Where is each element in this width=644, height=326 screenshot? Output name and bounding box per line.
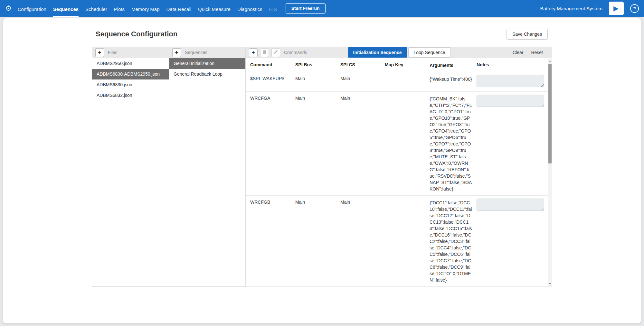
page-title: Sequence Configuration bbox=[96, 30, 177, 38]
cell-spi-bus: Main bbox=[295, 76, 340, 81]
cell-command: $SPI_WAKEUP$ bbox=[250, 76, 295, 81]
sequences-list: General Initialization General Readback … bbox=[169, 58, 245, 79]
start-freerun-button[interactable]: Start Freerun bbox=[286, 3, 326, 14]
add-command-button[interactable]: + bbox=[249, 48, 258, 57]
cell-arguments: {"Wakeup Time":400} bbox=[430, 76, 477, 82]
tab-initialization-sequence[interactable]: Initialization Sequence bbox=[348, 47, 407, 58]
add-file-button[interactable]: + bbox=[95, 48, 104, 57]
tab-loop-sequence[interactable]: Loop Sequence bbox=[408, 47, 451, 58]
file-item-selected[interactable]: ADBMS6830-ADBMS2950.json bbox=[92, 69, 169, 79]
title-row: Sequence Configuration Save Changes bbox=[92, 18, 552, 47]
nav-item-scheduler[interactable]: Scheduler bbox=[85, 0, 107, 17]
cell-spi-bus: Main bbox=[295, 96, 340, 101]
command-row[interactable]: WRCFGB Main Main {"DCC1":false,"DCC10":f… bbox=[246, 196, 552, 287]
plus-icon: + bbox=[175, 50, 178, 55]
clear-link[interactable]: Clear bbox=[513, 50, 523, 55]
scroll-down-icon[interactable]: ▼ bbox=[548, 282, 552, 286]
panels: + Files ADBMS2950.json ADBMS6830-ADBMS29… bbox=[92, 47, 552, 287]
vertical-scrollbar[interactable]: ▲ ▼ bbox=[548, 59, 552, 286]
col-header-arguments: Arguments bbox=[430, 62, 477, 69]
pencil-icon bbox=[274, 49, 278, 56]
command-row[interactable]: $SPI_WAKEUP$ Main Main {"Wakeup Time":40… bbox=[246, 72, 552, 92]
scroll-up-icon[interactable]: ▲ bbox=[548, 59, 552, 63]
save-changes-button[interactable]: Save Changes bbox=[507, 29, 548, 40]
notes-textarea[interactable] bbox=[477, 75, 544, 87]
navbar-right: Battery Management System ▶ ? bbox=[540, 2, 644, 15]
commands-panel-title: Commands bbox=[284, 50, 307, 55]
cell-arguments: {"COMM_BK":false,"CTH":2,"FC":7,"FLAG_D"… bbox=[430, 96, 477, 192]
col-header-spi-bus: SPI Bus bbox=[295, 62, 340, 67]
notes-textarea[interactable] bbox=[477, 95, 544, 107]
sequences-panel-header: + Sequences bbox=[169, 47, 245, 58]
commands-table: Command SPI Bus SPI CS Map Key Arguments… bbox=[246, 58, 552, 287]
files-panel-header: + Files bbox=[92, 47, 169, 58]
sequences-panel-title: Sequences bbox=[185, 50, 207, 55]
play-icon: ▶ bbox=[613, 5, 619, 12]
gear-icon[interactable]: ⚙ bbox=[5, 5, 12, 12]
main-nav: Configuration Sequences Scheduler Plots … bbox=[18, 0, 326, 17]
col-header-spi-cs: SPI CS bbox=[340, 62, 385, 67]
files-panel-title: Files bbox=[108, 50, 118, 55]
nav-item-eis[interactable]: EIS bbox=[269, 0, 277, 17]
nav-item-data-recall[interactable]: Data Recall bbox=[166, 0, 192, 17]
cell-arguments: {"DCC1":false,"DCC10":false,"DCC11":fals… bbox=[430, 200, 477, 283]
files-list: ADBMS2950.json ADBMS6830-ADBMS2950.json … bbox=[92, 58, 169, 101]
nav-item-memory-map[interactable]: Memory Map bbox=[131, 0, 160, 17]
commands-table-header: Command SPI Bus SPI CS Map Key Arguments… bbox=[246, 58, 552, 72]
cell-notes bbox=[477, 76, 548, 88]
plus-icon: + bbox=[98, 50, 101, 55]
cell-command: WRCFGA bbox=[250, 96, 295, 101]
cell-spi-cs: Main bbox=[340, 76, 385, 81]
nav-item-sequences[interactable]: Sequences bbox=[53, 0, 79, 17]
nav-item-quick-measure[interactable]: Quick Measure bbox=[198, 0, 231, 17]
col-header-map-key: Map Key bbox=[385, 62, 430, 67]
play-button[interactable]: ▶ bbox=[609, 2, 624, 15]
col-header-command: Command bbox=[250, 62, 295, 67]
help-icon: ? bbox=[633, 6, 636, 11]
col-header-notes: Notes bbox=[477, 62, 548, 67]
cell-spi-bus: Main bbox=[295, 200, 340, 205]
sequence-tab-group: Initialization Sequence Loop Sequence bbox=[348, 47, 451, 58]
app-title: Battery Management System bbox=[540, 6, 602, 11]
notes-textarea[interactable] bbox=[477, 199, 544, 211]
main-card: Sequence Configuration Save Changes + Fi… bbox=[3, 18, 641, 323]
add-sequence-button[interactable]: + bbox=[172, 48, 181, 57]
commands-panel-header: + Commands bbox=[246, 47, 552, 58]
reset-link[interactable]: Reset bbox=[531, 50, 543, 55]
trash-icon bbox=[262, 49, 267, 56]
nav-item-diagnostics[interactable]: Diagnostics bbox=[237, 0, 262, 17]
help-button[interactable]: ? bbox=[630, 4, 639, 13]
nav-item-configuration[interactable]: Configuration bbox=[18, 0, 46, 17]
scrollbar-thumb[interactable] bbox=[548, 64, 552, 163]
page: ⚙ Configuration Sequences Scheduler Plot… bbox=[0, 0, 644, 326]
cell-notes bbox=[477, 96, 548, 108]
file-item[interactable]: ADBMS2950.json bbox=[92, 58, 169, 69]
command-row[interactable]: WRCFGA Main Main {"COMM_BK":false,"CTH":… bbox=[246, 92, 552, 196]
sequence-item-selected[interactable]: General Initialization bbox=[169, 58, 245, 69]
sequences-panel: + Sequences General Initialization Gener… bbox=[169, 47, 245, 286]
content: Sequence Configuration Save Changes + Fi… bbox=[92, 18, 552, 287]
commands-panel: + Commands bbox=[245, 47, 552, 286]
cell-command: WRCFGB bbox=[250, 200, 295, 205]
sequence-item[interactable]: General Readback Loop bbox=[169, 69, 245, 79]
edit-command-button[interactable] bbox=[271, 48, 280, 57]
file-item[interactable]: ADBMS6832.json bbox=[92, 90, 169, 101]
cell-spi-cs: Main bbox=[340, 200, 385, 205]
files-panel: + Files ADBMS2950.json ADBMS6830-ADBMS29… bbox=[92, 47, 169, 286]
cell-notes bbox=[477, 200, 548, 212]
plus-icon: + bbox=[252, 50, 255, 55]
delete-command-button[interactable] bbox=[260, 48, 269, 57]
cell-spi-cs: Main bbox=[340, 96, 385, 101]
nav-item-plots[interactable]: Plots bbox=[114, 0, 125, 17]
file-item[interactable]: ADBMS6830.json bbox=[92, 79, 169, 90]
top-navbar: ⚙ Configuration Sequences Scheduler Plot… bbox=[0, 0, 644, 17]
header-links: Clear Reset bbox=[513, 50, 549, 55]
